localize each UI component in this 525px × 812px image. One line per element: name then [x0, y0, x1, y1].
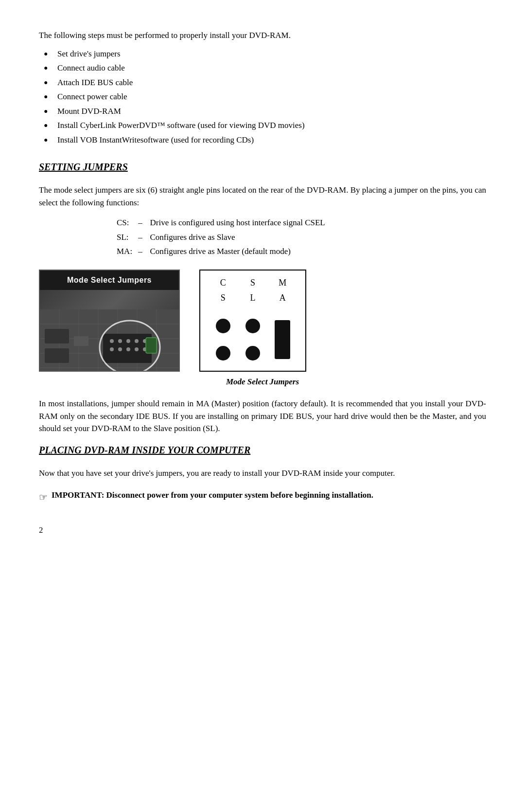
cs-jumper-col: [211, 312, 235, 367]
ma-filled-rect: [275, 320, 290, 359]
section2-heading: PLACING DVD-RAM INSIDE YOUR COMPUTER: [39, 443, 486, 457]
sl-circle-bottom: [245, 346, 260, 361]
cs-circle-top: [216, 319, 230, 333]
important-icon: ☞: [39, 490, 48, 505]
svg-rect-29: [74, 336, 88, 346]
jumper-diagram-body: [208, 310, 298, 367]
section1-paragraph1: The mode select jumpers are six (6) stra…: [39, 184, 486, 209]
svg-rect-28: [45, 348, 69, 363]
svg-point-14: [118, 339, 122, 343]
bullet-list: Set drive's jumpers Connect audio cable …: [39, 48, 486, 146]
section1-heading: SETTING JUMPERS: [39, 160, 486, 174]
important-body: Disconnect power from your computer syst…: [106, 490, 374, 500]
important-prefix: IMPORTANT:: [52, 490, 104, 500]
cs-code: CS:: [117, 217, 136, 229]
list-item: Attach IDE BUS cable: [44, 76, 486, 89]
svg-point-16: [135, 339, 139, 343]
intro-paragraph: The following steps must be performed to…: [39, 29, 486, 42]
diagram-caption: Mode Select Jumpers: [39, 376, 486, 388]
section1-paragraph2: In most installations, jumper should rem…: [39, 397, 486, 435]
cs-circle-bottom: [216, 346, 230, 361]
svg-rect-27: [45, 329, 69, 343]
important-text: IMPORTANT: Disconnect power from your co…: [52, 489, 373, 502]
svg-point-21: [126, 347, 130, 351]
mode-select-photo-body: [40, 290, 179, 371]
col-header-l: L: [241, 291, 265, 305]
jumper-codes-table: CS: – Drive is configured using host int…: [117, 217, 486, 258]
svg-point-20: [118, 347, 122, 351]
ma-dash: –: [138, 245, 148, 258]
list-item: Mount DVD-RAM: [44, 105, 486, 118]
circuit-board-svg: [40, 309, 179, 372]
sl-dash: –: [138, 231, 148, 244]
list-item: Set drive's jumpers: [44, 48, 486, 60]
section2-paragraph1: Now that you have set your drive's jumpe…: [39, 467, 486, 480]
mode-select-photo: Mode Select Jumpers: [39, 270, 180, 372]
cs-dash: –: [138, 217, 148, 229]
svg-rect-25: [146, 338, 157, 353]
col-header-s: S: [241, 276, 265, 289]
sl-circle-top: [245, 319, 260, 333]
svg-point-19: [110, 347, 114, 351]
svg-point-22: [135, 347, 139, 351]
list-item: Connect power cable: [44, 90, 486, 103]
ma-code: MA:: [117, 245, 136, 258]
svg-point-13: [110, 339, 114, 343]
page-number: 2: [39, 524, 486, 537]
jumper-image-row: Mode Select Jumpers: [39, 270, 486, 372]
col-header-c: C: [211, 276, 235, 289]
sl-jumper-col: [241, 312, 265, 367]
col-header-a: A: [270, 291, 295, 305]
sl-code: SL:: [117, 231, 136, 244]
list-item: Connect audio cable: [44, 62, 486, 74]
jumper-code-sl: SL: – Configures drive as Slave: [117, 231, 486, 244]
ma-jumper-col: [270, 312, 295, 367]
jumper-code-ma: MA: – Configures drive as Master (defaul…: [117, 245, 486, 258]
jumper-diagram-header2: S L A: [208, 291, 298, 305]
jumper-diagram-header: C S M: [208, 276, 298, 289]
sl-description: Configures drive as Slave: [150, 233, 235, 242]
ma-description: Configures drive as Master (default mode…: [150, 247, 291, 256]
jumper-diagram: C S M S L A: [199, 270, 306, 372]
col-header-s2: S: [211, 291, 235, 305]
cs-description: Drive is configured using host interface…: [150, 218, 325, 227]
svg-point-15: [126, 339, 130, 343]
mode-select-photo-label: Mode Select Jumpers: [40, 271, 179, 290]
list-item: Install VOB InstantWritesoftware (used f…: [44, 134, 486, 146]
list-item: Install CyberLink PowerDVD™ software (us…: [44, 119, 486, 132]
important-block: ☞ IMPORTANT: Disconnect power from your …: [39, 489, 486, 505]
jumper-code-cs: CS: – Drive is configured using host int…: [117, 217, 486, 229]
col-header-m: M: [270, 276, 295, 289]
